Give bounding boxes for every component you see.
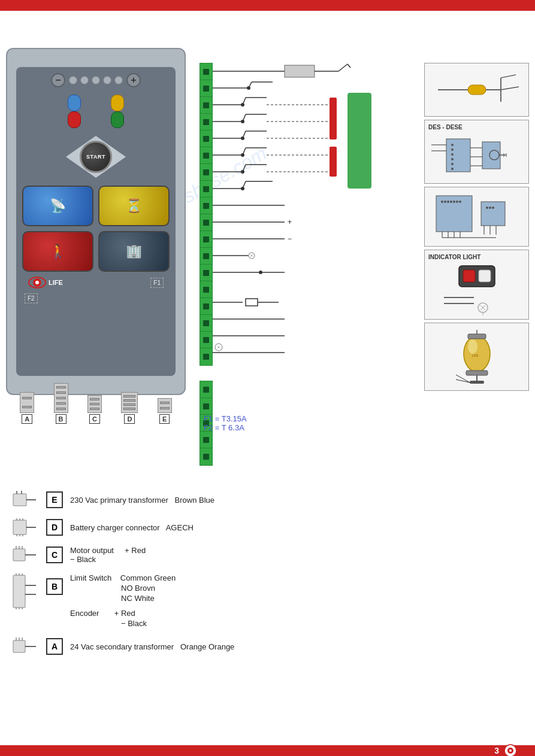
svg-rect-60 xyxy=(246,299,258,306)
indicator-light-title: INDICATOR LIGHT xyxy=(428,254,525,260)
svg-rect-113 xyxy=(479,270,491,282)
connector-c-letter: C xyxy=(46,546,63,563)
terminal-d-pin-2 xyxy=(123,399,135,402)
svg-point-93 xyxy=(444,201,446,203)
plus-button[interactable]: + xyxy=(126,73,141,87)
toggle-blue[interactable] xyxy=(68,95,81,111)
terminal-b-pin-4 xyxy=(56,402,66,405)
button-pedestrian[interactable]: 🚶 xyxy=(22,231,93,272)
connector-a-text: 24 Vac secondary transformer Orange Oran… xyxy=(70,642,234,651)
green-cell-11 xyxy=(200,231,212,248)
indicator-light-content xyxy=(428,263,525,315)
svg-point-22 xyxy=(241,120,244,123)
terminal-a-block xyxy=(20,392,34,413)
svg-point-2 xyxy=(509,749,512,752)
terminal-b-pin-2 xyxy=(56,391,66,394)
connector-e-symbol xyxy=(12,491,39,509)
lantern-icon: LIFE xyxy=(453,327,501,387)
life-eye-icon xyxy=(28,277,46,289)
green-cell-b1 xyxy=(200,381,212,398)
svg-point-78 xyxy=(451,148,454,151)
button-grid: 📡 ⏳ 🚶 🏢 xyxy=(22,186,170,272)
connector-a-item: A 24 Vac secondary transformer Orange Or… xyxy=(12,637,415,655)
start-area: START xyxy=(22,133,170,181)
connector-c-symbol xyxy=(12,546,39,564)
connector-d-item: D Battery charger connector AGECH xyxy=(12,518,415,536)
terminal-a-group: A xyxy=(20,392,34,424)
green-cell-15 xyxy=(200,298,212,315)
svg-rect-86 xyxy=(482,142,500,169)
svg-point-106 xyxy=(492,207,494,209)
connector-b-item: B Limit Switch Common Green NO Brovn NC … xyxy=(12,573,415,628)
svg-rect-142 xyxy=(13,549,25,561)
green-cell-12 xyxy=(200,248,212,265)
svg-point-121 xyxy=(468,339,477,354)
start-button[interactable]: START xyxy=(80,141,112,173)
component-box-indicator-light: INDICATOR LIGHT xyxy=(424,250,529,320)
wiring-diagram-svg: + − xyxy=(213,63,398,434)
connector-descriptions: E 230 Vac primary transformer Brown Blue… xyxy=(12,491,415,665)
svg-point-34 xyxy=(241,170,244,174)
svg-point-82 xyxy=(451,168,454,170)
button-timer[interactable]: ⏳ xyxy=(98,186,170,226)
page-number: 3 xyxy=(494,746,499,755)
svg-point-97 xyxy=(456,201,458,203)
green-cell-13 xyxy=(200,265,212,281)
connector-a-letter: A xyxy=(46,638,63,655)
terminal-label-e: E xyxy=(159,414,170,424)
svg-point-14 xyxy=(247,86,250,90)
green-cell-16 xyxy=(200,315,212,332)
top-red-bar xyxy=(0,0,535,11)
connector-a-icon xyxy=(12,637,39,655)
connector-b-nc-label: NC White xyxy=(70,594,176,603)
life-logo-bottom-icon xyxy=(504,744,517,756)
controller-panel: − + START xyxy=(6,48,186,395)
svg-rect-124 xyxy=(466,371,488,375)
svg-line-9 xyxy=(338,64,347,71)
toggle-green[interactable] xyxy=(111,111,124,128)
bottom-red-bar: 3 xyxy=(0,745,535,756)
toggle-yellow[interactable] xyxy=(111,95,124,111)
svg-rect-130 xyxy=(13,494,26,506)
life-text: LIFE xyxy=(49,279,63,286)
svg-point-98 xyxy=(459,201,461,203)
svg-text:−: − xyxy=(288,235,292,243)
terminal-a-pin-1 xyxy=(22,397,32,399)
connector-a-symbol xyxy=(12,637,39,655)
toggle-row xyxy=(22,95,170,111)
green-cell-9 xyxy=(200,198,212,214)
indicator-light-icon xyxy=(456,263,498,290)
green-cell-10 xyxy=(200,214,212,231)
green-cell-14 xyxy=(200,281,212,298)
terminal-e-pin-2 xyxy=(160,407,170,409)
component-box-des-dese: DES - DESE xyxy=(424,120,529,184)
terminal-area: A B C xyxy=(10,383,182,424)
connector-b-encoder-label: Encoder + Red xyxy=(70,609,176,618)
svg-point-105 xyxy=(489,207,491,209)
green-cell-4 xyxy=(200,114,212,130)
connector-e-letter: E xyxy=(46,491,63,508)
button-building[interactable]: 🏢 xyxy=(98,231,170,272)
green-cell-7 xyxy=(200,164,212,181)
led-row: − + xyxy=(22,73,170,87)
minus-button[interactable]: − xyxy=(51,73,65,87)
fuse-labels-area: F1 = T3.15A F2 = T 6.3A xyxy=(204,414,247,432)
connector-a-desc: 24 Vac secondary transformer Orange Oran… xyxy=(70,642,234,651)
toggle-red[interactable] xyxy=(68,111,81,128)
svg-line-10 xyxy=(347,64,350,68)
green-terminal-strip-top xyxy=(200,63,213,366)
terminal-b-group: B xyxy=(54,383,68,424)
svg-rect-126 xyxy=(470,381,484,384)
connector-c-desc: Motor output + Red− Black xyxy=(70,546,146,564)
connector-e-desc: 230 Vac primary transformer Brown Blue xyxy=(70,496,214,505)
terminal-label-d: D xyxy=(124,414,135,424)
component-box-panels xyxy=(424,187,529,247)
connector-c-item: C Motor output + Red− Black xyxy=(12,546,415,564)
antenna-diagram-icon xyxy=(432,69,522,111)
green-cell-8 xyxy=(200,181,212,198)
terminal-label-b: B xyxy=(56,414,67,424)
button-wireless[interactable]: 📡 xyxy=(22,186,93,226)
green-cell-18 xyxy=(200,348,212,365)
svg-line-129 xyxy=(456,375,470,382)
svg-text:LIFE: LIFE xyxy=(472,354,479,357)
